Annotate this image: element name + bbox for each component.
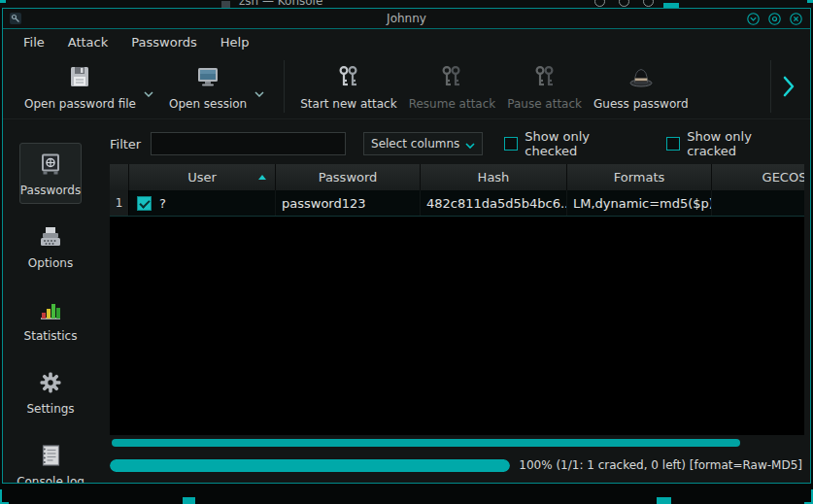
open-password-file-icon	[67, 63, 92, 90]
resume-attack-label: Resume attack	[409, 97, 496, 111]
menu-help[interactable]: Help	[220, 35, 250, 50]
toolbar-separator	[770, 60, 771, 113]
menu-attack[interactable]: Attack	[68, 35, 109, 50]
johnny-app-icon	[10, 13, 21, 24]
background-window-fragment	[183, 497, 195, 504]
maximize-button[interactable]	[768, 13, 781, 25]
window-title: Johnny	[3, 12, 810, 25]
sidebar-item-console-log[interactable]: Console log	[19, 434, 82, 483]
keys-icon	[439, 63, 464, 90]
guess-password-label: Guess password	[593, 97, 689, 111]
horizontal-scrollbar-thumb[interactable]	[112, 439, 740, 447]
gear-icon	[38, 370, 63, 395]
background-window-border	[807, 0, 813, 3]
cell-hash[interactable]: 482c811da5d5b4bc6...	[421, 190, 567, 216]
bar-chart-icon	[38, 297, 63, 322]
background-close-button[interactable]	[643, 0, 654, 7]
sidebar-label-options: Options	[28, 256, 73, 270]
show-only-cracked-checkbox[interactable]	[666, 137, 680, 151]
sidebar-item-passwords[interactable]: Passwords	[19, 143, 82, 204]
header-user[interactable]: User	[129, 164, 276, 190]
open-password-file-button[interactable]: Open password file	[18, 63, 142, 111]
open-session-button[interactable]: Open session	[163, 63, 253, 111]
toolbar-overflow-chevron-icon[interactable]	[781, 76, 796, 97]
sidebar-label-console-log: Console log	[17, 475, 85, 483]
background-window-fragment	[657, 497, 671, 504]
typewriter-icon	[38, 224, 63, 250]
background-window-title: zsh — Konsole	[239, 0, 322, 8]
guess-password-button[interactable]: Guess password	[588, 63, 694, 111]
close-button[interactable]	[790, 13, 802, 25]
console-log-icon	[38, 443, 63, 468]
menu-bar: File Attack Passwords Help	[3, 29, 810, 54]
cell-gecos[interactable]	[712, 190, 804, 216]
pause-attack-label: Pause attack	[507, 97, 582, 111]
sidebar-label-statistics: Statistics	[24, 329, 78, 343]
show-only-cracked-label: Show only cracked	[687, 129, 804, 158]
safe-icon	[38, 151, 63, 177]
cell-password[interactable]: password123	[276, 190, 421, 216]
keys-icon	[532, 63, 558, 90]
show-only-checked-label: Show only checked	[525, 129, 645, 158]
header-hash[interactable]: Hash	[421, 164, 567, 190]
background-maximize-button[interactable]	[619, 0, 629, 7]
filter-input[interactable]	[151, 132, 346, 155]
titlebar[interactable]: Johnny	[3, 9, 810, 29]
show-only-cracked-group: Show only cracked	[666, 129, 804, 158]
magician-hat-icon	[628, 63, 654, 90]
sidebar: Passwords Options Statistics	[3, 119, 98, 483]
progress-bar	[110, 459, 510, 472]
horizontal-scrollbar	[110, 439, 804, 447]
start-new-attack-button[interactable]: Start new attack	[294, 63, 402, 111]
resume-attack-button[interactable]: Resume attack	[403, 63, 502, 111]
progress-fill	[110, 459, 510, 472]
select-columns-dropdown[interactable]: Select columns	[363, 132, 483, 155]
open-session-icon	[195, 63, 220, 90]
row-number: 1	[110, 190, 129, 216]
filter-row: Filter Select columns Show only checked	[110, 131, 804, 156]
header-password[interactable]: Password	[276, 164, 421, 190]
cell-user[interactable]: ?	[129, 190, 276, 216]
minimize-button[interactable]	[747, 13, 760, 25]
desktop: zsh — Konsole Johnny	[0, 0, 813, 504]
content-area: Passwords Options Statistics	[3, 119, 810, 483]
sidebar-item-statistics[interactable]: Statistics	[19, 288, 82, 350]
table-empty-area	[110, 217, 804, 435]
menu-passwords[interactable]: Passwords	[131, 35, 197, 50]
background-window-titlebar: zsh — Konsole	[0, 0, 813, 8]
background-window-bottom	[0, 484, 813, 504]
table-row[interactable]: 1 ? password123 482c811da5d5b4bc6... LM,…	[110, 190, 804, 217]
select-columns-label: Select columns	[371, 137, 459, 151]
sidebar-item-options[interactable]: Options	[19, 216, 82, 277]
table-header-row: User Password Hash Formats	[110, 164, 804, 190]
background-window-border	[0, 0, 6, 3]
table-corner-cell	[110, 164, 129, 190]
menu-file[interactable]: File	[23, 35, 45, 50]
pause-attack-button[interactable]: Pause attack	[501, 63, 588, 111]
cell-formats[interactable]: LM,dynamic=md5($p)...	[567, 190, 712, 216]
keys-icon	[336, 63, 361, 90]
open-session-dropdown-chevron-icon[interactable]	[254, 91, 264, 97]
start-new-attack-label: Start new attack	[300, 97, 396, 111]
main-panel: Filter Select columns Show only checked	[98, 119, 810, 483]
show-only-checked-checkbox[interactable]	[504, 137, 518, 151]
toolbar: Open password file Open session Start ne…	[3, 54, 810, 119]
filter-label: Filter	[110, 137, 141, 151]
open-password-file-dropdown-chevron-icon[interactable]	[144, 91, 153, 97]
background-minimize-button[interactable]	[594, 0, 605, 7]
sidebar-item-settings[interactable]: Settings	[19, 361, 82, 422]
show-only-checked-group: Show only checked	[504, 129, 645, 158]
header-formats[interactable]: Formats	[567, 164, 712, 190]
sidebar-label-settings: Settings	[26, 402, 74, 416]
open-session-label: Open session	[169, 97, 247, 111]
row-checkbox[interactable]	[137, 196, 152, 211]
passwords-table: User Password Hash Formats	[110, 164, 804, 435]
status-bar: 100% (1/1: 1 cracked, 0 left) [format=Ra…	[110, 454, 804, 477]
toolbar-separator	[284, 60, 285, 113]
sort-ascending-icon	[258, 175, 266, 180]
sidebar-label-passwords: Passwords	[20, 184, 81, 197]
johnny-window: Johnny File Attack Passwords Help	[2, 8, 811, 484]
open-password-file-label: Open password file	[24, 97, 136, 111]
header-gecos[interactable]: GECOS	[712, 164, 804, 190]
konsole-icon	[221, 1, 230, 8]
